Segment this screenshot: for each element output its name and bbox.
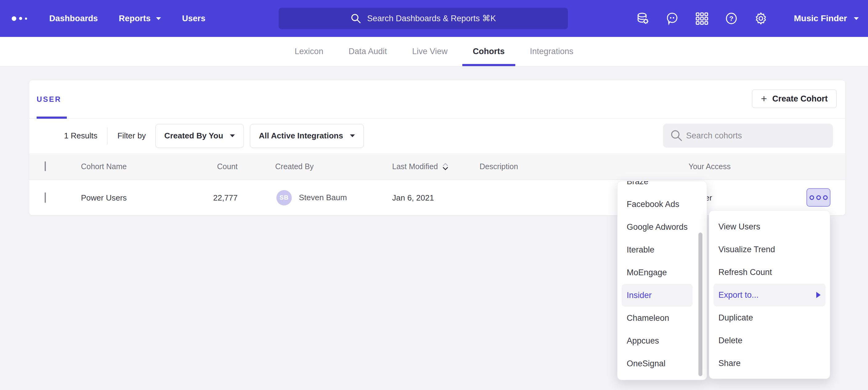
- create-cohort-label: Create Cohort: [772, 94, 828, 104]
- sort-icon: [442, 163, 448, 170]
- cohort-name-link[interactable]: Power Users: [81, 193, 127, 202]
- submenu-item-insider[interactable]: Insider: [622, 284, 692, 307]
- cohort-count: 22,777: [162, 193, 238, 202]
- created-by-cell: SB Steven Baum: [276, 190, 347, 205]
- logo-dot: [19, 17, 22, 20]
- search-icon: [350, 13, 361, 24]
- tab-lexicon[interactable]: Lexicon: [284, 37, 334, 66]
- ellipsis-icon: [823, 195, 828, 200]
- global-search-placeholder: Search Dashboards & Reports ⌘K: [367, 13, 496, 23]
- apps-grid-icon[interactable]: [695, 11, 709, 26]
- menu-item-export-to[interactable]: Export to...: [713, 284, 826, 306]
- cohort-search-input[interactable]: [663, 124, 833, 148]
- cohorts-panel: USER + Create Cohort 1 Results Filter by…: [29, 80, 845, 215]
- nav-reports[interactable]: Reports: [119, 14, 161, 23]
- submenu-item-appcues[interactable]: Appcues: [617, 329, 707, 352]
- row-actions-button[interactable]: [806, 188, 831, 207]
- submenu-item-braze[interactable]: Braze: [617, 181, 707, 193]
- created-by-name: Steven Baum: [299, 193, 347, 202]
- active-tab-indicator: [462, 64, 515, 66]
- results-count: 1 Results: [64, 131, 97, 140]
- row-context-menu: View Users Visualize Trend Refresh Count…: [709, 210, 830, 379]
- global-search[interactable]: Search Dashboards & Reports ⌘K: [279, 8, 568, 29]
- nav-dashboards[interactable]: Dashboards: [49, 14, 98, 23]
- chevron-down-icon: [230, 134, 235, 137]
- filter-toolbar: 1 Results Filter by Created By You All A…: [29, 119, 845, 153]
- plus-icon: +: [761, 93, 767, 104]
- submenu-item-moengage[interactable]: MoEngage: [617, 261, 707, 284]
- chevron-down-icon: [156, 17, 161, 20]
- create-cohort-button[interactable]: + Create Cohort: [752, 90, 837, 108]
- created-by-filter-label: Created By You: [164, 131, 223, 140]
- ellipsis-icon: [816, 195, 821, 200]
- integrations-filter-dropdown[interactable]: All Active Integrations: [250, 124, 364, 148]
- feedback-icon[interactable]: [665, 11, 679, 26]
- cohort-search: [663, 124, 833, 148]
- col-your-access: Your Access: [688, 162, 731, 171]
- help-icon[interactable]: ?: [724, 11, 738, 26]
- filter-by-label: Filter by: [117, 131, 146, 140]
- table-header: Cohort Name Count Created By Last Modifi…: [29, 153, 845, 180]
- tab-cohorts[interactable]: Cohorts: [462, 37, 515, 66]
- divider: [107, 127, 107, 144]
- section-tabs: Lexicon Data Audit Live View Cohorts Int…: [0, 37, 868, 66]
- menu-item-delete[interactable]: Delete: [709, 329, 830, 352]
- col-count: Count: [162, 162, 238, 171]
- ellipsis-icon: [809, 195, 814, 200]
- col-description: Description: [479, 162, 518, 171]
- menu-item-export-label: Export to...: [718, 290, 759, 300]
- submenu-item-facebook-ads[interactable]: Facebook Ads: [617, 193, 707, 216]
- tab-user-label: USER: [37, 95, 62, 104]
- menu-item-share[interactable]: Share: [709, 352, 830, 375]
- integrations-filter-label: All Active Integrations: [259, 131, 343, 140]
- search-icon: [671, 129, 683, 142]
- col-created-by: Created By: [275, 162, 314, 171]
- avatar: SB: [276, 190, 292, 205]
- export-submenu: Braze Facebook Ads Google Adwords Iterab…: [617, 181, 707, 380]
- logo-dot: [25, 18, 27, 20]
- col-last-modified-label: Last Modified: [392, 162, 438, 171]
- created-by-filter-dropdown[interactable]: Created By You: [155, 124, 244, 148]
- menu-item-visualize-trend[interactable]: Visualize Trend: [709, 238, 830, 261]
- nav-reports-label: Reports: [119, 14, 151, 23]
- chevron-down-icon: [854, 17, 859, 20]
- navbar-right: ? Music Finder: [636, 0, 859, 37]
- submenu-item-chameleon[interactable]: Chameleon: [617, 307, 707, 329]
- workspace-switcher[interactable]: Music Finder: [794, 13, 859, 23]
- menu-item-duplicate[interactable]: Duplicate: [709, 306, 830, 329]
- data-governance-icon[interactable]: [636, 11, 650, 26]
- row-checkbox[interactable]: [44, 192, 46, 203]
- nav-users[interactable]: Users: [182, 14, 205, 23]
- top-navbar: Dashboards Reports Users Search Dashboar…: [0, 0, 868, 37]
- svg-text:?: ?: [730, 15, 734, 23]
- menu-item-refresh-count[interactable]: Refresh Count: [709, 261, 830, 284]
- col-last-modified[interactable]: Last Modified: [392, 162, 448, 171]
- app-logo[interactable]: [12, 16, 27, 21]
- submenu-arrow-icon: [816, 292, 820, 298]
- tab-cohorts-label: Cohorts: [473, 47, 505, 56]
- last-modified-cell: Jan 6, 2021: [392, 193, 434, 202]
- submenu-item-google-adwords[interactable]: Google Adwords: [617, 216, 707, 238]
- select-all-checkbox[interactable]: [44, 161, 46, 171]
- tab-data-audit[interactable]: Data Audit: [338, 37, 397, 66]
- col-cohort-name: Cohort Name: [81, 162, 127, 171]
- submenu-scrollbar[interactable]: [699, 232, 703, 376]
- submenu-item-onesignal[interactable]: OneSignal: [617, 352, 707, 375]
- table-row: Power Users 22,777 SB Steven Baum Jan 6,…: [29, 180, 845, 215]
- submenu-item-iterable[interactable]: Iterable: [617, 238, 707, 261]
- workspace-name: Music Finder: [794, 13, 847, 23]
- cohort-type-tabs: USER + Create Cohort: [29, 80, 845, 119]
- tab-integrations[interactable]: Integrations: [520, 37, 584, 66]
- tab-user-cohorts[interactable]: USER: [37, 80, 62, 119]
- chevron-down-icon: [350, 134, 355, 137]
- primary-nav: Dashboards Reports Users: [49, 14, 206, 23]
- menu-item-view-users[interactable]: View Users: [709, 215, 830, 238]
- settings-gear-icon[interactable]: [754, 11, 768, 26]
- logo-dot: [12, 16, 16, 21]
- tab-live-view[interactable]: Live View: [402, 37, 458, 66]
- cohorts-page: Dashboards Reports Users Search Dashboar…: [0, 0, 868, 390]
